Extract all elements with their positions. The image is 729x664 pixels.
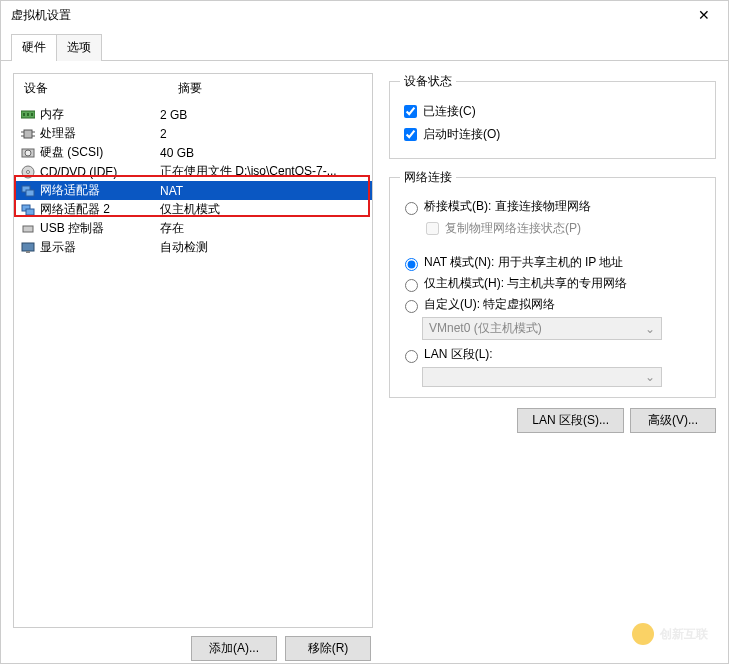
hostonly-radio[interactable]: 仅主机模式(H): 与主机共享的专用网络 — [400, 275, 705, 292]
svg-rect-16 — [26, 209, 34, 215]
advanced-button[interactable]: 高级(V)... — [630, 408, 716, 433]
connected-checkbox[interactable]: 已连接(C) — [400, 102, 705, 121]
extra-buttons: LAN 区段(S)... 高级(V)... — [389, 408, 716, 433]
svg-rect-17 — [23, 226, 33, 232]
device-row-hdd[interactable]: 硬盘 (SCSI) 40 GB — [14, 143, 372, 162]
svg-rect-1 — [23, 113, 25, 116]
custom-network-combo: VMnet0 (仅主机模式)⌄ — [422, 317, 662, 340]
svg-rect-18 — [22, 243, 34, 251]
device-row-cpu[interactable]: 处理器 2 — [14, 124, 372, 143]
svg-rect-14 — [26, 190, 34, 196]
col-summary: 摘要 — [178, 80, 366, 97]
svg-rect-3 — [31, 113, 33, 116]
title-bar: 虚拟机设置 ✕ — [1, 1, 728, 29]
network-icon — [20, 183, 36, 199]
lan-segment-combo: ⌄ — [422, 367, 662, 387]
bridged-radio[interactable]: 桥接模式(B): 直接连接物理网络 — [400, 198, 705, 215]
network-connection-group: 网络连接 桥接模式(B): 直接连接物理网络 复制物理网络连接状态(P) NAT… — [389, 169, 716, 398]
tab-options[interactable]: 选项 — [56, 34, 102, 61]
chevron-down-icon: ⌄ — [645, 322, 655, 336]
memory-icon — [20, 107, 36, 123]
window-title: 虚拟机设置 — [11, 7, 684, 24]
device-list: 设备 摘要 内存 2 GB 处理器 2 硬盘 (SCSI) 40 GB CD/D… — [13, 73, 373, 628]
tab-hardware[interactable]: 硬件 — [11, 34, 57, 61]
device-row-display[interactable]: 显示器 自动检测 — [14, 238, 372, 257]
usb-icon — [20, 221, 36, 237]
nat-radio[interactable]: NAT 模式(N): 用于共享主机的 IP 地址 — [400, 254, 705, 271]
device-row-network-2[interactable]: 网络适配器 2 仅主机模式 — [14, 200, 372, 219]
lan-segment-radio[interactable]: LAN 区段(L): — [400, 346, 705, 363]
display-icon — [20, 240, 36, 256]
network-legend: 网络连接 — [400, 169, 456, 186]
network-icon — [20, 202, 36, 218]
svg-point-12 — [27, 170, 30, 173]
svg-rect-19 — [26, 251, 30, 253]
device-row-memory[interactable]: 内存 2 GB — [14, 105, 372, 124]
close-icon[interactable]: ✕ — [684, 1, 724, 29]
cpu-icon — [20, 126, 36, 142]
device-status-group: 设备状态 已连接(C) 启动时连接(O) — [389, 73, 716, 159]
device-buttons: 添加(A)... 移除(R) — [13, 628, 373, 661]
svg-point-10 — [25, 150, 31, 156]
lan-segments-button[interactable]: LAN 区段(S)... — [517, 408, 624, 433]
hdd-icon — [20, 145, 36, 161]
device-status-legend: 设备状态 — [400, 73, 456, 90]
device-row-network-1[interactable]: 网络适配器 NAT — [14, 181, 372, 200]
device-row-cd[interactable]: CD/DVD (IDE) 正在使用文件 D:\iso\CentOS-7-... — [14, 162, 372, 181]
add-button[interactable]: 添加(A)... — [191, 636, 277, 661]
svg-rect-2 — [27, 113, 29, 116]
connect-on-power-checkbox[interactable]: 启动时连接(O) — [400, 125, 705, 144]
left-panel: 设备 摘要 内存 2 GB 处理器 2 硬盘 (SCSI) 40 GB CD/D… — [13, 73, 373, 661]
right-panel: 设备状态 已连接(C) 启动时连接(O) 网络连接 桥接模式(B): 直接连接物… — [385, 73, 716, 661]
watermark-logo-icon — [632, 623, 654, 645]
content-area: 设备 摘要 内存 2 GB 处理器 2 硬盘 (SCSI) 40 GB CD/D… — [1, 61, 728, 661]
svg-rect-4 — [24, 130, 32, 138]
col-device: 设备 — [20, 80, 178, 97]
tab-strip: 硬件 选项 — [1, 33, 728, 61]
cd-icon — [20, 164, 36, 180]
device-header: 设备 摘要 — [14, 74, 372, 105]
chevron-down-icon: ⌄ — [645, 370, 655, 384]
replicate-checkbox: 复制物理网络连接状态(P) — [422, 219, 705, 238]
watermark: 创新互联 — [632, 623, 708, 645]
remove-button[interactable]: 移除(R) — [285, 636, 371, 661]
custom-radio[interactable]: 自定义(U): 特定虚拟网络 — [400, 296, 705, 313]
device-row-usb[interactable]: USB 控制器 存在 — [14, 219, 372, 238]
